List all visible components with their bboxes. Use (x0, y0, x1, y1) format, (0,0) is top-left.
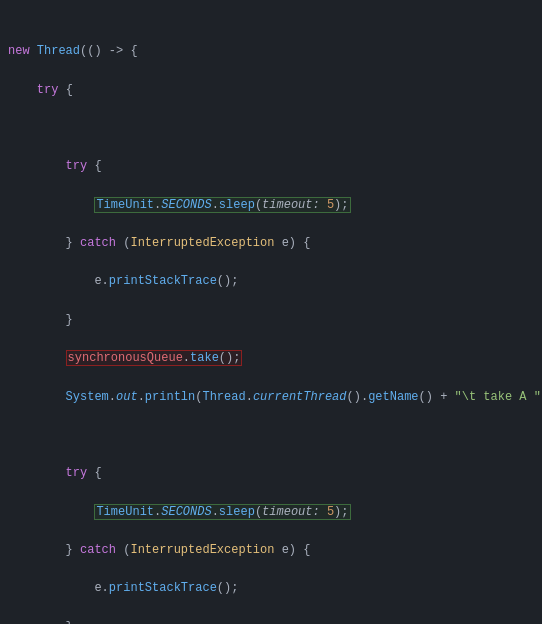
line-2: try { (0, 81, 542, 100)
line-5: TimeUnit.SECONDS.sleep(timeout: 5); (0, 196, 542, 215)
line-6: } catch (InterruptedException e) { (0, 234, 542, 253)
line-9: synchronousQueue.take(); (0, 349, 542, 368)
line-15: e.printStackTrace(); (0, 579, 542, 598)
line-10: System.out.println(Thread.currentThread(… (0, 388, 542, 407)
line-3 (0, 119, 542, 138)
line-12: try { (0, 464, 542, 483)
line-14: } catch (InterruptedException e) { (0, 541, 542, 560)
line-1: new Thread(() -> { (0, 42, 542, 61)
line-4: try { (0, 157, 542, 176)
line-7: e.printStackTrace(); (0, 272, 542, 291)
code-editor: new Thread(() -> { try { try { TimeUnit.… (0, 0, 542, 624)
line-13: TimeUnit.SECONDS.sleep(timeout: 5); (0, 503, 542, 522)
line-11 (0, 426, 542, 445)
line-16: } (0, 618, 542, 624)
line-8: } (0, 311, 542, 330)
